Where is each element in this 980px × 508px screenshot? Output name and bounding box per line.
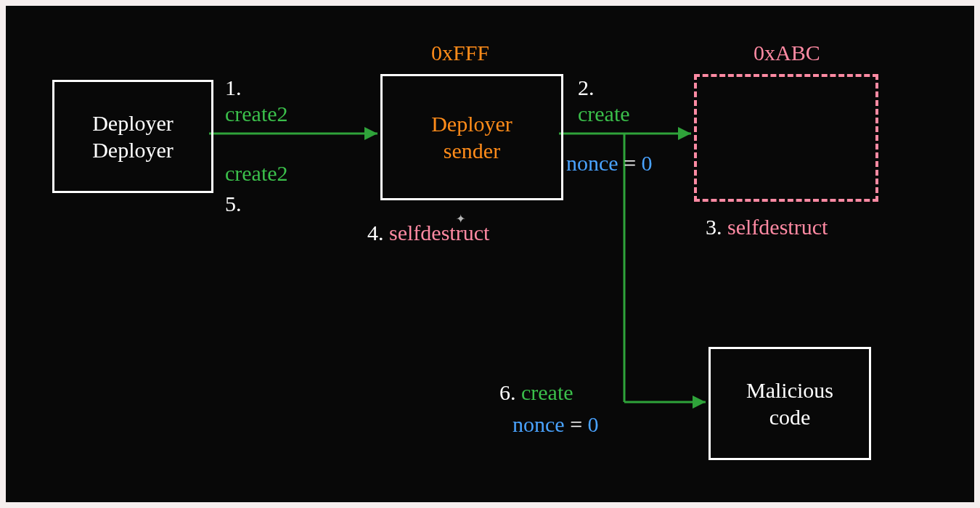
svg-marker-6 xyxy=(693,396,706,409)
box-target-0xabc xyxy=(694,74,878,202)
step3: 3. selfdestruct xyxy=(706,215,828,239)
step1-num: 1. xyxy=(225,75,242,100)
box-deployer-deployer: Deployer Deployer xyxy=(52,80,213,193)
step2-op: create xyxy=(578,102,630,126)
step6-num: 6. xyxy=(499,380,516,404)
step5-num: 5. xyxy=(225,192,242,216)
step6-op: create xyxy=(521,380,573,404)
addr-deployer-sender: 0xFFF xyxy=(431,41,489,65)
step3-num: 3. xyxy=(706,215,722,239)
addr-target: 0xABC xyxy=(754,41,820,65)
step6: 6. create xyxy=(499,380,573,405)
svg-marker-1 xyxy=(364,127,377,140)
diagram-canvas: Deployer Deployer Deployer sender 0xFFF … xyxy=(6,6,974,502)
step5-op: create2 xyxy=(225,161,288,186)
box-deployer-sender-line1: Deployer xyxy=(431,110,513,138)
box-malicious-line2: code xyxy=(769,403,811,431)
step2-nonce-label: nonce xyxy=(566,151,618,175)
step2-nonce: nonce = 0 xyxy=(566,151,653,176)
step1-op: create2 xyxy=(225,102,288,126)
step2-eq: = xyxy=(624,151,636,175)
svg-marker-3 xyxy=(678,127,691,140)
step4: 4. selfdestruct xyxy=(367,221,489,245)
box-deployer-deployer-line1: Deployer xyxy=(92,110,173,137)
box-deployer-sender: Deployer sender xyxy=(380,74,563,200)
box-deployer-sender-line2: sender xyxy=(444,137,500,165)
step4-op: selfdestruct xyxy=(389,221,489,245)
step6-nonce-label: nonce xyxy=(513,412,565,436)
step2-nonce-value: 0 xyxy=(642,151,653,175)
box-malicious-line1: Malicious xyxy=(746,377,833,404)
box-deployer-deployer-line2: Deployer xyxy=(92,136,173,164)
box-malicious-code: Malicious code xyxy=(709,347,871,460)
step6-eq: = xyxy=(570,412,582,436)
step3-op: selfdestruct xyxy=(727,215,828,239)
cursor-icon: ✦ xyxy=(456,212,465,226)
step6-nonce-value: 0 xyxy=(588,412,599,436)
step6-nonce: nonce = 0 xyxy=(513,412,599,437)
step2-num: 2. xyxy=(578,75,595,100)
step4-num: 4. xyxy=(367,221,384,245)
